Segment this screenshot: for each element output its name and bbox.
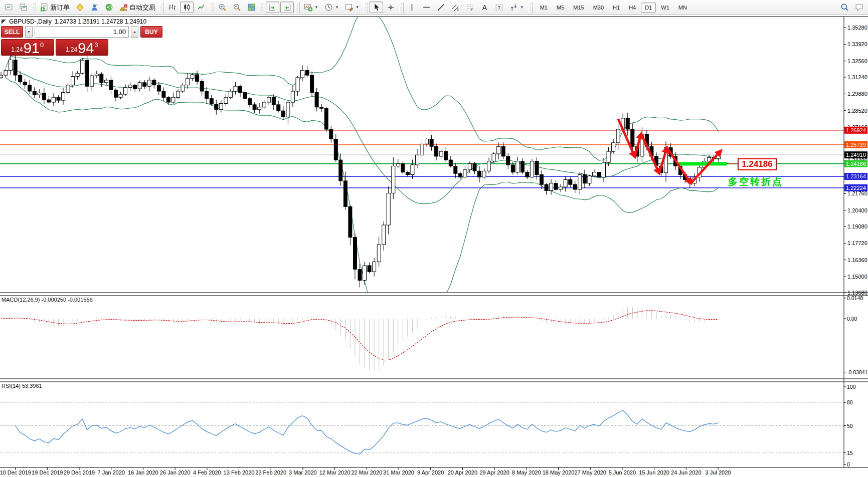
svg-text:29 Dec 2019: 29 Dec 2019 [64,469,95,475]
timeframe-button-H4[interactable]: H4 [625,3,640,13]
svg-text:19 Dec 2019: 19 Dec 2019 [32,469,63,475]
svg-text:23 Feb 2020: 23 Feb 2020 [255,469,286,475]
indicator-axis[interactable]: 0.01480.00-0.0384151008050150 [844,295,868,467]
svg-text:9 Apr 2020: 9 Apr 2020 [417,469,444,475]
svg-text:15 Jun 2020: 15 Jun 2020 [639,469,669,475]
svg-text:F: F [471,8,473,12]
time-axis[interactable]: 10 Dec 201919 Dec 201929 Dec 20197 Jan 2… [0,467,731,475]
svg-text:1.26924: 1.26924 [846,127,866,133]
svg-text:1.24910: 1.24910 [846,152,866,158]
candlestick-chart-button[interactable] [180,2,194,13]
zoom-out-button[interactable] [230,2,244,13]
svg-text:12 Mar 2020: 12 Mar 2020 [319,469,351,475]
trendline-button[interactable] [434,2,448,13]
tile-windows-button[interactable] [245,2,258,13]
svg-text:1.22224: 1.22224 [846,185,866,191]
svg-text:E: E [456,8,459,12]
svg-text:3 Jul 2020: 3 Jul 2020 [706,469,731,475]
svg-text:24 Jun 2020: 24 Jun 2020 [671,469,702,475]
new-order-button[interactable]: 新订单 [38,2,72,14]
svg-text:15: 15 [847,450,853,456]
cursor-button[interactable] [370,2,383,13]
toolbar-separator [159,2,164,13]
mt4-window: 新订单自动交易▼▼▼EFAT▼ M1M5M15M30H1H4D1W1MN 1.3… [0,0,868,477]
search-icon [840,3,849,12]
volume-decrease-button[interactable]: ▼ [25,26,33,38]
timeframe-button-M5[interactable]: M5 [553,3,568,13]
chat-icon [855,3,863,12]
price-annotation-label[interactable]: 1.24186 [738,158,777,170]
svg-text:8 May 2020: 8 May 2020 [512,469,541,475]
timeframe-button-D1[interactable]: D1 [641,3,656,13]
sell-price-panel[interactable]: 1.24 91 0 [1,39,54,56]
timeframe-button-M1[interactable]: M1 [536,3,552,13]
auto-scroll-button[interactable] [266,2,279,13]
svg-text:1.21760: 1.21760 [847,190,867,196]
crosshair-button[interactable] [384,2,398,13]
templates-icon [345,3,354,12]
drawings-layer[interactable] [618,119,738,183]
rsi-indicator-label: RSI(14) 53.3961 [2,383,42,389]
chevron-down-icon: ▼ [520,5,524,10]
svg-text:20 Apr 2020: 20 Apr 2020 [448,469,477,475]
sell-price-sup: 0 [40,41,44,49]
buy-price-panel[interactable]: 1.24 94 3 [56,39,109,56]
signals-button[interactable] [102,2,116,13]
svg-text:0.0148: 0.0148 [847,295,863,301]
timeframe-button-M15[interactable]: M15 [569,3,588,13]
turning-point-annotation[interactable]: 多空转折点 [728,175,783,188]
volume-input[interactable] [35,26,129,38]
periods-button[interactable]: ▼ [322,2,341,13]
chart-canvas[interactable]: 1.352801.339201.325601.312401.298801.285… [0,0,868,477]
zoom-in-button[interactable] [216,2,229,13]
timeframe-button-MN[interactable]: MN [674,3,691,13]
horizontal-line-button[interactable] [420,2,433,13]
tile-windows-icon [247,3,256,12]
svg-text:7 Jan 2020: 7 Jan 2020 [97,469,124,475]
timeframe-button-W1[interactable]: W1 [657,3,673,13]
symbol-name: GBPUSD-,Daily [9,18,52,25]
templates-button[interactable]: ▼ [342,2,362,13]
svg-text:16 Jan 2020: 16 Jan 2020 [128,469,158,475]
chat-button[interactable] [852,2,866,13]
svg-text:1.32560: 1.32560 [847,58,867,64]
toolbar-separator [399,2,404,13]
bar-chart-button[interactable] [165,2,179,13]
bar-chart-icon [168,3,177,12]
profiles-button[interactable] [17,2,30,13]
new-chart-button[interactable] [2,2,16,13]
signals-icon [105,3,113,12]
svg-text:T: T [497,5,500,10]
search-button[interactable] [838,2,851,13]
svg-text:1.29880: 1.29880 [847,91,867,97]
sell-button[interactable]: SELL [1,26,23,38]
volume-increase-button[interactable]: ▲ [131,26,138,38]
bollinger-layer [6,11,719,326]
buy-button[interactable]: BUY [140,26,162,38]
toolbar-separator [260,2,264,13]
arrows-button[interactable]: ▼ [507,2,527,13]
sell-price-base: 1.24 [11,46,23,53]
sell-price-big: 91 [24,42,40,55]
toolbar-separator [364,2,368,13]
autotrading-button[interactable]: 自动交易 [117,2,158,14]
vertical-line-button[interactable] [405,2,419,13]
text-button[interactable]: A [478,2,491,13]
metaeditor-button[interactable] [73,2,87,13]
profiles-icon [19,3,28,12]
buy-price-sup: 3 [94,41,98,49]
indicators-button[interactable]: ▼ [301,2,321,13]
svg-text:4 Feb 2020: 4 Feb 2020 [193,469,221,475]
svg-text:1.17720: 1.17720 [847,240,867,246]
text-label-button[interactable]: T [492,2,506,13]
chart-shift-button[interactable] [280,2,294,13]
timeframe-button-H1[interactable]: H1 [609,3,624,13]
svg-text:1.20400: 1.20400 [847,207,867,213]
price-axis[interactable]: 1.352801.339201.325601.312401.298801.285… [844,25,867,296]
fibonacci-button[interactable]: F [463,2,477,13]
line-chart-button[interactable] [195,2,208,13]
timeframe-button-M30[interactable]: M30 [589,3,608,13]
toolbar-separator [295,2,300,13]
equidistant-channel-button[interactable]: E [449,2,462,13]
mql5-community-button[interactable] [88,2,101,13]
